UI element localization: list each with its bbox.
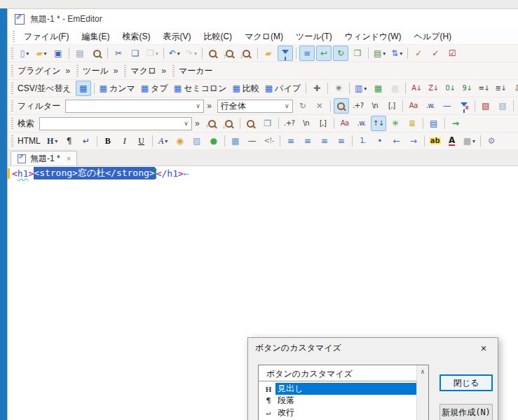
toolbar-grip[interactable] <box>11 135 13 147</box>
filter-scope-select[interactable]: 行全体∨ <box>217 100 293 113</box>
list-item-paragraph[interactable]: ¶段落 <box>259 395 416 407</box>
show-unmatched-lines-button[interactable]: ▤ <box>495 98 510 114</box>
next-document-button[interactable]: → <box>448 116 463 131</box>
toolbar-grip[interactable] <box>11 65 13 76</box>
toolbar-grip[interactable] <box>13 31 15 42</box>
align-center-button[interactable]: ≡ <box>300 133 315 149</box>
font-color-button[interactable]: A <box>444 133 460 149</box>
undo-button[interactable]: ↶▾ <box>167 46 182 61</box>
overflow-chevron[interactable]: » <box>207 101 212 111</box>
overflow-chevron[interactable]: » <box>65 66 70 76</box>
search-escape-button[interactable]: \n <box>299 116 314 131</box>
highlight-button[interactable]: ab <box>428 133 443 149</box>
paste-to-find-button[interactable]: ❐ <box>260 116 275 131</box>
csv-comma-button[interactable]: ▦カンマ <box>97 81 137 96</box>
search-csv-cell-button[interactable]: [,] <box>315 116 331 131</box>
menu-item-edit[interactable]: 編集(E) <box>75 29 116 45</box>
dropdown-arrow-icon[interactable]: ▾ <box>26 50 29 57</box>
find-next-button[interactable]: ↓ <box>239 46 254 61</box>
search-input[interactable]: ∨ <box>39 117 192 130</box>
italic-button[interactable]: I <box>117 133 132 149</box>
align-left-button[interactable]: ≡ <box>283 133 299 149</box>
toolbar-grip[interactable] <box>11 48 13 59</box>
sync-scroll-button[interactable]: ⇅▾ <box>389 46 404 61</box>
close-dialog-button[interactable]: 閉じる <box>439 374 493 391</box>
dropdown-arrow-icon[interactable]: ▾ <box>55 138 57 144</box>
toolbar-grip[interactable] <box>11 118 13 129</box>
filter-refresh-button[interactable]: ↻ <box>295 98 311 114</box>
list-item-heading[interactable]: H見出し <box>259 383 416 395</box>
menu-item-tools[interactable]: ツール(T) <box>289 29 339 45</box>
toolbar-grip[interactable] <box>124 65 126 76</box>
chevron-down-icon[interactable]: ∨ <box>193 102 203 109</box>
filter-escape-button[interactable]: \n <box>367 98 383 114</box>
list-item-line-break[interactable]: ↵改行 <box>259 407 416 419</box>
dropdown-arrow-icon[interactable]: ▾ <box>472 138 475 144</box>
filter-search-button[interactable] <box>334 98 349 114</box>
jump-next-page-button[interactable]: ❐ <box>350 46 365 61</box>
csv-compare-button[interactable]: ▦比較 <box>230 81 261 96</box>
filter-negative-button[interactable]: — <box>439 98 455 114</box>
csv-mode-button[interactable]: ▦ <box>76 81 91 96</box>
csv-options-button[interactable]: ▦ <box>387 81 402 96</box>
dropdown-arrow-icon[interactable]: ▾ <box>364 86 367 92</box>
underline-button[interactable]: U <box>134 133 149 149</box>
overflow-chevron[interactable]: » <box>114 66 118 76</box>
new-button[interactable]: 新規作成(N) <box>439 404 493 420</box>
sort-shorter-button[interactable]: ≡↓ <box>476 81 491 96</box>
toolbar-grip[interactable] <box>76 65 79 76</box>
find-button[interactable] <box>205 46 221 61</box>
bookmark-all-button[interactable]: ≣ <box>404 116 420 131</box>
filter-clear-button[interactable]: ✕ <box>312 98 327 114</box>
tab-untitled-1[interactable]: 無題-1 * × <box>11 151 77 165</box>
print-button[interactable]: ▤ <box>72 46 88 61</box>
convert-wand-button[interactable]: ✳ <box>331 81 346 96</box>
font-button[interactable]: A▾ <box>156 133 171 149</box>
html-settings-button[interactable]: ⚙ <box>484 133 499 149</box>
search-next-button[interactable]: ↓ <box>221 116 237 131</box>
menu-item-macro[interactable]: マクロ(M) <box>238 29 289 45</box>
toolbar-grip[interactable] <box>11 100 13 111</box>
menu-item-help[interactable]: ヘルプ(H) <box>408 29 458 45</box>
table-button[interactable]: ▦ <box>228 133 243 149</box>
redo-button[interactable]: ↷▾ <box>184 46 199 61</box>
sort-za-button[interactable]: Z↓ <box>425 81 441 96</box>
chevron-down-icon[interactable]: ∨ <box>181 120 191 127</box>
find-previous-button[interactable]: ↑ <box>222 46 238 61</box>
toolbar-grip[interactable] <box>11 83 13 94</box>
show-matched-lines-button[interactable]: ▤ <box>478 98 493 114</box>
dropdown-arrow-icon[interactable]: ▾ <box>400 50 402 57</box>
search-previous-button[interactable]: ↑ <box>205 116 220 131</box>
sort-ascending-number-button[interactable]: 0↓ <box>442 81 458 96</box>
menu-item-view[interactable]: 表示(V) <box>156 29 197 45</box>
copy-button[interactable]: ❏ <box>128 46 143 61</box>
tab-close-icon[interactable]: × <box>67 154 71 163</box>
csv-tab-button[interactable]: ▦タブ <box>139 81 170 96</box>
wrap-indication-button[interactable]: ↩ <box>316 46 332 61</box>
search-regex-button[interactable]: .+? <box>282 116 297 131</box>
dropdown-arrow-icon[interactable]: ▾ <box>156 50 158 57</box>
overflow-chevron[interactable]: » <box>195 118 200 128</box>
dropdown-arrow-icon[interactable]: ▾ <box>177 50 180 57</box>
bullet-list-button[interactable]: • <box>372 133 388 149</box>
search-selection-button[interactable] <box>243 116 259 131</box>
scroll-up-icon[interactable]: ∧ <box>421 365 424 378</box>
search-options-button[interactable]: ▤ <box>426 116 442 131</box>
save-button[interactable]: ▣ <box>50 46 66 61</box>
menu-item-compare[interactable]: 比較(C) <box>197 29 238 45</box>
sort-descending-number-button[interactable]: 9↓ <box>459 81 475 96</box>
refresh-button[interactable]: ↻ <box>333 46 348 61</box>
search-whole-word-button[interactable]: .w. <box>354 116 369 131</box>
dropdown-arrow-icon[interactable]: ▾ <box>194 50 197 57</box>
line-break-button[interactable]: ↵ <box>79 133 94 149</box>
filter-input[interactable]: ∨ <box>65 100 204 113</box>
editor-area[interactable]: <h1><strong>窓の杜</strong></h1>← ボタンのカスタマイ… <box>8 166 518 420</box>
indent-button[interactable]: → <box>406 133 421 149</box>
filter-remove-button[interactable]: x <box>456 98 472 114</box>
dropdown-arrow-icon[interactable]: ▾ <box>383 50 386 57</box>
image-button[interactable]: ▨ <box>189 133 205 149</box>
confirm-all-button[interactable]: ✓ <box>428 46 443 61</box>
list-header[interactable]: ボタンのカスタマイズ <box>259 367 416 381</box>
comment-button[interactable]: <!- <box>261 133 277 149</box>
dialog-close-icon[interactable]: ✕ <box>472 339 495 356</box>
